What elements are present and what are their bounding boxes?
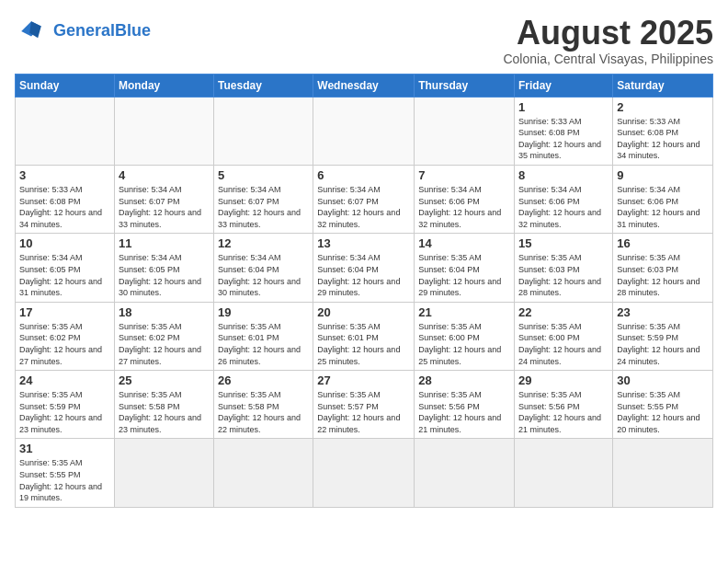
calendar: SundayMondayTuesdayWednesdayThursdayFrid… — [15, 74, 713, 508]
day-info: Sunrise: 5:33 AM Sunset: 6:08 PM Dayligh… — [19, 184, 110, 230]
day-info: Sunrise: 5:35 AM Sunset: 6:01 PM Dayligh… — [218, 321, 309, 367]
logo-blue: Blue — [115, 21, 151, 40]
calendar-cell: 19Sunrise: 5:35 AM Sunset: 6:01 PM Dayli… — [214, 302, 313, 370]
day-number: 9 — [617, 168, 709, 182]
day-info: Sunrise: 5:35 AM Sunset: 5:56 PM Dayligh… — [518, 389, 609, 435]
calendar-cell: 22Sunrise: 5:35 AM Sunset: 6:00 PM Dayli… — [515, 302, 613, 370]
day-info: Sunrise: 5:35 AM Sunset: 5:55 PM Dayligh… — [617, 389, 709, 435]
day-info: Sunrise: 5:35 AM Sunset: 6:02 PM Dayligh… — [19, 321, 110, 367]
calendar-cell: 18Sunrise: 5:35 AM Sunset: 6:02 PM Dayli… — [114, 302, 213, 370]
day-number: 25 — [119, 373, 210, 387]
day-number: 12 — [218, 236, 309, 250]
day-number: 19 — [218, 305, 309, 319]
day-number: 3 — [19, 168, 110, 182]
day-info: Sunrise: 5:34 AM Sunset: 6:07 PM Dayligh… — [218, 184, 309, 230]
calendar-cell — [515, 439, 613, 507]
day-number: 4 — [119, 168, 210, 182]
day-info: Sunrise: 5:35 AM Sunset: 6:00 PM Dayligh… — [418, 321, 510, 367]
day-info: Sunrise: 5:35 AM Sunset: 5:58 PM Dayligh… — [218, 389, 309, 435]
day-info: Sunrise: 5:34 AM Sunset: 6:06 PM Dayligh… — [418, 184, 510, 230]
title-area: August 2025 Colonia, Central Visayas, Ph… — [503, 15, 713, 66]
calendar-cell: 24Sunrise: 5:35 AM Sunset: 5:59 PM Dayli… — [16, 371, 115, 439]
week-row-2: 3Sunrise: 5:33 AM Sunset: 6:08 PM Daylig… — [16, 165, 713, 233]
day-number: 28 — [418, 373, 510, 387]
calendar-cell: 30Sunrise: 5:35 AM Sunset: 5:55 PM Dayli… — [613, 371, 713, 439]
page-header: GeneralBlue August 2025 Colonia, Central… — [15, 15, 713, 66]
calendar-cell — [415, 97, 515, 165]
calendar-cell: 25Sunrise: 5:35 AM Sunset: 5:58 PM Dayli… — [114, 371, 213, 439]
calendar-cell: 8Sunrise: 5:34 AM Sunset: 6:06 PM Daylig… — [515, 165, 613, 233]
weekday-header-row: SundayMondayTuesdayWednesdayThursdayFrid… — [16, 74, 713, 97]
day-number: 21 — [418, 305, 510, 319]
day-info: Sunrise: 5:34 AM Sunset: 6:05 PM Dayligh… — [119, 252, 210, 298]
day-number: 2 — [617, 100, 709, 114]
calendar-cell: 10Sunrise: 5:34 AM Sunset: 6:05 PM Dayli… — [16, 234, 115, 302]
calendar-cell: 27Sunrise: 5:35 AM Sunset: 5:57 PM Dayli… — [313, 371, 415, 439]
day-number: 7 — [418, 168, 510, 182]
calendar-cell: 2Sunrise: 5:33 AM Sunset: 6:08 PM Daylig… — [613, 97, 713, 165]
calendar-cell: 7Sunrise: 5:34 AM Sunset: 6:06 PM Daylig… — [415, 165, 515, 233]
day-number: 14 — [418, 236, 510, 250]
day-info: Sunrise: 5:34 AM Sunset: 6:06 PM Dayligh… — [518, 184, 609, 230]
weekday-header-monday: Monday — [114, 74, 213, 97]
day-info: Sunrise: 5:34 AM Sunset: 6:05 PM Dayligh… — [19, 252, 110, 298]
day-number: 15 — [518, 236, 609, 250]
weekday-header-saturday: Saturday — [613, 74, 713, 97]
calendar-cell — [214, 97, 313, 165]
day-info: Sunrise: 5:35 AM Sunset: 5:58 PM Dayligh… — [119, 389, 210, 435]
day-info: Sunrise: 5:34 AM Sunset: 6:04 PM Dayligh… — [218, 252, 309, 298]
logo: GeneralBlue — [15, 15, 151, 48]
day-number: 30 — [617, 373, 709, 387]
weekday-header-wednesday: Wednesday — [313, 74, 415, 97]
calendar-cell: 17Sunrise: 5:35 AM Sunset: 6:02 PM Dayli… — [16, 302, 115, 370]
day-number: 16 — [617, 236, 709, 250]
weekday-header-thursday: Thursday — [415, 74, 515, 97]
calendar-cell: 23Sunrise: 5:35 AM Sunset: 5:59 PM Dayli… — [613, 302, 713, 370]
day-info: Sunrise: 5:35 AM Sunset: 5:57 PM Dayligh… — [317, 389, 410, 435]
day-number: 6 — [317, 168, 410, 182]
calendar-cell — [114, 439, 213, 507]
day-info: Sunrise: 5:33 AM Sunset: 6:08 PM Dayligh… — [518, 116, 609, 162]
day-number: 26 — [218, 373, 309, 387]
day-number: 20 — [317, 305, 410, 319]
calendar-cell: 15Sunrise: 5:35 AM Sunset: 6:03 PM Dayli… — [515, 234, 613, 302]
calendar-cell: 11Sunrise: 5:34 AM Sunset: 6:05 PM Dayli… — [114, 234, 213, 302]
calendar-cell — [313, 97, 415, 165]
weekday-header-tuesday: Tuesday — [214, 74, 313, 97]
day-number: 13 — [317, 236, 410, 250]
calendar-cell — [16, 97, 115, 165]
main-title: August 2025 — [503, 15, 713, 52]
day-number: 17 — [19, 305, 110, 319]
day-number: 31 — [19, 442, 110, 455]
day-number: 10 — [19, 236, 110, 250]
calendar-cell: 1Sunrise: 5:33 AM Sunset: 6:08 PM Daylig… — [515, 97, 613, 165]
day-info: Sunrise: 5:35 AM Sunset: 5:59 PM Dayligh… — [617, 321, 709, 367]
week-row-5: 24Sunrise: 5:35 AM Sunset: 5:59 PM Dayli… — [16, 371, 713, 439]
subtitle: Colonia, Central Visayas, Philippines — [503, 52, 713, 66]
day-number: 8 — [518, 168, 609, 182]
logo-icon — [15, 15, 48, 48]
day-info: Sunrise: 5:35 AM Sunset: 5:59 PM Dayligh… — [19, 389, 110, 435]
day-number: 29 — [518, 373, 609, 387]
day-info: Sunrise: 5:35 AM Sunset: 6:03 PM Dayligh… — [617, 252, 709, 298]
week-row-6: 31Sunrise: 5:35 AM Sunset: 5:55 PM Dayli… — [16, 439, 713, 507]
day-number: 23 — [617, 305, 709, 319]
calendar-cell: 5Sunrise: 5:34 AM Sunset: 6:07 PM Daylig… — [214, 165, 313, 233]
calendar-cell: 13Sunrise: 5:34 AM Sunset: 6:04 PM Dayli… — [313, 234, 415, 302]
day-number: 22 — [518, 305, 609, 319]
day-number: 1 — [518, 100, 609, 114]
weekday-header-sunday: Sunday — [16, 74, 115, 97]
weekday-header-friday: Friday — [515, 74, 613, 97]
day-info: Sunrise: 5:34 AM Sunset: 6:07 PM Dayligh… — [317, 184, 410, 230]
day-number: 11 — [119, 236, 210, 250]
week-row-3: 10Sunrise: 5:34 AM Sunset: 6:05 PM Dayli… — [16, 234, 713, 302]
logo-general: General — [53, 21, 115, 40]
calendar-cell: 16Sunrise: 5:35 AM Sunset: 6:03 PM Dayli… — [613, 234, 713, 302]
day-info: Sunrise: 5:35 AM Sunset: 6:01 PM Dayligh… — [317, 321, 410, 367]
day-number: 24 — [19, 373, 110, 387]
calendar-cell — [313, 439, 415, 507]
calendar-cell: 14Sunrise: 5:35 AM Sunset: 6:04 PM Dayli… — [415, 234, 515, 302]
day-number: 18 — [119, 305, 210, 319]
week-row-1: 1Sunrise: 5:33 AM Sunset: 6:08 PM Daylig… — [16, 97, 713, 165]
calendar-cell — [214, 439, 313, 507]
